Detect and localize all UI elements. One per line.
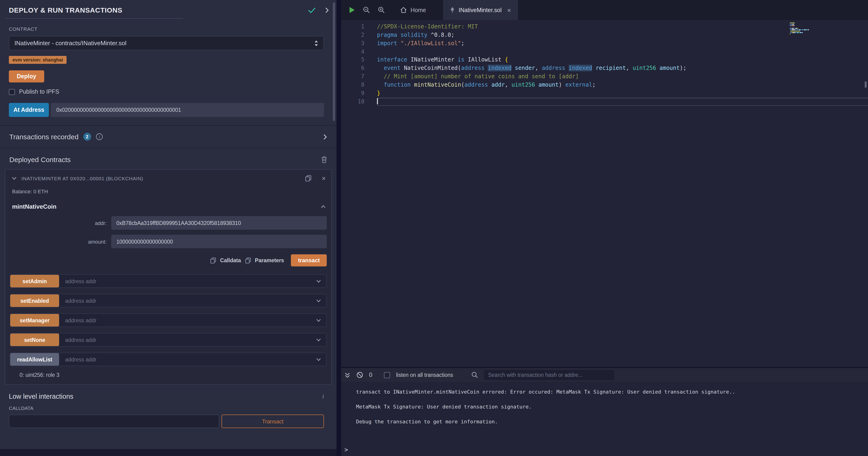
line-number: 3 [341, 39, 377, 48]
mintnativecoin-header[interactable]: mintNativeCoin [10, 200, 327, 211]
amount-field-label: amount: [10, 239, 111, 244]
terminal-prompt[interactable]: > [341, 446, 868, 456]
line-number: 2 [341, 31, 377, 39]
call-output: 0: uint256: role 3 [20, 372, 327, 378]
line-number: 6 [341, 64, 377, 73]
setEnabled-input[interactable]: address addr [59, 294, 316, 307]
listen-all-transactions-checkbox[interactable] [384, 372, 390, 378]
deploy-button[interactable]: Deploy [9, 70, 44, 82]
mintnativecoin-name: mintNativeCoin [12, 203, 321, 210]
tab-inativeminter[interactable]: INativeMinter.sol × [443, 0, 518, 20]
terminal-toolbar: 0 listen on all transactions [341, 368, 868, 382]
setManager-button[interactable]: setManager [10, 314, 59, 326]
code-line[interactable]: // Mint [amount] number of native coins … [377, 73, 868, 81]
run-script-icon[interactable] [349, 6, 355, 13]
transactions-count-badge: 2 [83, 133, 91, 141]
addr-field-label: addr: [10, 220, 111, 226]
terminal-line: MetaMask Tx Signature: User denied trans… [356, 403, 863, 411]
copy-calldata-icon[interactable] [210, 257, 216, 263]
code-line[interactable]: interface INativeMinter is IAllowList { [377, 56, 868, 64]
terminal-output[interactable]: transact to INativeMinter.mintNativeCoin… [341, 382, 868, 446]
code-line[interactable]: import "./IAllowList.sol"; [377, 39, 868, 48]
zoom-in-icon[interactable] [378, 6, 385, 13]
publish-ipfs-label: Publish to IPFS [19, 88, 59, 95]
info-icon[interactable]: i [322, 393, 324, 400]
panel-header: DEPLOY & RUN TRANSACTIONS [0, 0, 337, 18]
editor-scrollbar[interactable] [865, 82, 867, 88]
remix-ide-window: DEPLOY & RUN TRANSACTIONS CONTRACT INati… [0, 0, 868, 456]
amount-field-input[interactable] [111, 235, 327, 248]
readAllowList-input[interactable]: address addr [59, 353, 316, 366]
contract-select[interactable]: INativeMinter - contracts/INativeMinter.… [9, 36, 324, 50]
transact-button[interactable]: transact [291, 254, 327, 266]
editor-minimap[interactable] [790, 22, 809, 36]
chevron-down-icon[interactable] [12, 176, 17, 180]
copy-parameters-icon[interactable] [245, 257, 251, 263]
close-icon[interactable]: × [321, 175, 326, 182]
copy-icon[interactable] [305, 175, 311, 181]
setAdmin-input[interactable]: address addr [59, 275, 316, 287]
deploy-run-panel: DEPLOY & RUN TRANSACTIONS CONTRACT INati… [0, 0, 337, 456]
panel-resize-handle[interactable] [337, 0, 341, 456]
solidity-file-icon [450, 7, 455, 13]
calldata-input[interactable] [9, 415, 219, 428]
contract-label: CONTRACT [9, 26, 324, 32]
terminal-search-input[interactable] [484, 370, 614, 380]
calldata-label: CALLDATA [9, 405, 324, 411]
readAllowList-button[interactable]: readAllowList [10, 353, 59, 366]
code-line[interactable] [377, 97, 868, 106]
contract-card-header[interactable]: INATIVEMINTER AT 0X020...00001 (BLOCKCHA… [10, 170, 327, 186]
transactions-recorded-row[interactable]: Transactions recorded 2 i [0, 126, 337, 148]
addr-field-input[interactable] [111, 216, 327, 230]
collapse-terminal-icon[interactable] [344, 372, 350, 378]
setNone-button[interactable]: setNone [10, 334, 59, 346]
line-number: 7 [341, 73, 377, 81]
function-row-setManager: setManageraddress addr [10, 313, 327, 327]
deployed-contract-card: INATIVEMINTER AT 0X020...00001 (BLOCKCHA… [5, 169, 332, 385]
trash-icon[interactable] [321, 156, 327, 163]
home-icon [400, 7, 407, 13]
panel-scrollbar[interactable] [333, 2, 335, 121]
search-icon [471, 372, 478, 378]
low-level-section: Low level interactions i CALLDATA Transa… [0, 385, 337, 428]
line-number: 5 [341, 56, 377, 64]
at-address-input[interactable] [51, 103, 324, 117]
at-address-button[interactable]: At Address [9, 103, 49, 117]
calldata-action-label[interactable]: Calldata [220, 258, 241, 263]
code-line[interactable]: function mintNativeCoin(address addr, ui… [377, 81, 868, 89]
clear-console-icon[interactable] [356, 372, 363, 378]
code-line[interactable] [377, 48, 868, 56]
tab-home[interactable]: Home [393, 0, 433, 20]
panel-footer [0, 449, 337, 456]
setNone-input[interactable]: address addr [59, 334, 316, 346]
code-line[interactable]: event NativeCoinMinted(address indexed s… [377, 64, 868, 73]
parameters-action-label[interactable]: Parameters [255, 258, 284, 263]
line-number: 10 [341, 97, 377, 106]
chevron-up-icon[interactable] [321, 205, 326, 208]
setEnabled-button[interactable]: setEnabled [10, 294, 59, 307]
code-line[interactable]: } [377, 89, 868, 98]
low-level-transact-button[interactable]: Transact [221, 415, 324, 428]
editor-code[interactable]: //SPDX-License-Identifier: MITpragma sol… [377, 20, 868, 367]
setManager-input[interactable]: address addr [59, 314, 316, 326]
terminal-line: transact to INativeMinter.mintNativeCoin… [356, 388, 863, 396]
chevron-down-icon[interactable] [316, 294, 326, 307]
line-number: 1 [341, 23, 377, 31]
chevron-down-icon[interactable] [316, 334, 326, 346]
line-number: 9 [341, 89, 377, 98]
tab-bar: Home INativeMinter.sol × [341, 0, 868, 20]
close-tab-icon[interactable]: × [507, 7, 511, 13]
editor-region: Home INativeMinter.sol × 12345678910 //S… [341, 0, 868, 456]
tab-home-label: Home [410, 7, 426, 13]
setAdmin-button[interactable]: setAdmin [10, 275, 59, 287]
zoom-out-icon[interactable] [363, 6, 370, 13]
chevron-down-icon[interactable] [316, 275, 326, 287]
editor-gutter: 12345678910 [341, 20, 377, 367]
chevron-down-icon[interactable] [316, 314, 326, 326]
code-editor[interactable]: 12345678910 //SPDX-License-Identifier: M… [341, 20, 868, 367]
publish-ipfs-checkbox[interactable] [9, 89, 15, 95]
chevron-down-icon[interactable] [316, 353, 326, 366]
chevron-right-icon[interactable] [323, 134, 327, 140]
low-level-title: Low level interactions [9, 393, 322, 400]
chevron-right-icon[interactable] [325, 7, 329, 13]
